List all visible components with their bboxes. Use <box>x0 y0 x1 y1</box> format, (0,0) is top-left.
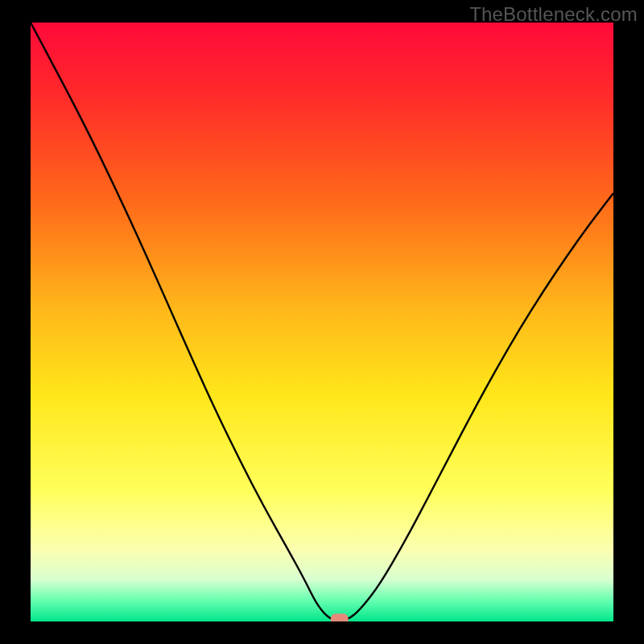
plot-svg <box>31 23 613 621</box>
plot-area <box>31 23 613 621</box>
optimal-point-marker <box>331 613 349 621</box>
chart-frame: TheBottleneck.com <box>0 0 644 644</box>
watermark-text: TheBottleneck.com <box>469 3 638 26</box>
gradient-background <box>31 23 613 621</box>
